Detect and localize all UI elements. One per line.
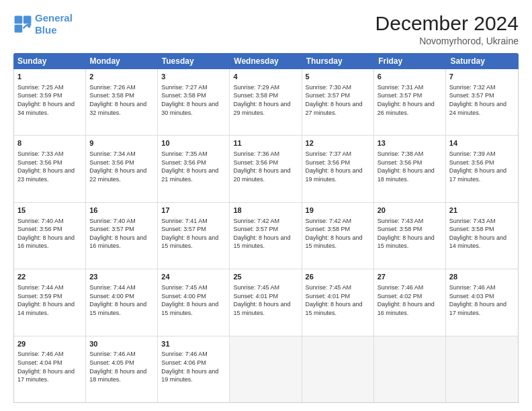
sun-info: Sunrise: 7:40 AMSunset: 3:56 PMDaylight:… (17, 217, 82, 250)
sun-info: Sunrise: 7:31 AMSunset: 3:57 PMDaylight:… (378, 83, 442, 117)
logo-icon (13, 15, 32, 34)
calendar-cell: 27Sunrise: 7:46 AMSunset: 4:02 PMDayligh… (374, 269, 446, 335)
calendar-cell: 25Sunrise: 7:45 AMSunset: 4:01 PMDayligh… (230, 269, 302, 335)
day-number: 28 (449, 272, 515, 282)
header-tuesday: Tuesday (158, 53, 230, 69)
day-number: 21 (449, 205, 515, 216)
calendar-cell: 14Sunrise: 7:39 AMSunset: 3:56 PMDayligh… (446, 136, 518, 201)
sun-info: Sunrise: 7:33 AMSunset: 3:56 PMDaylight:… (17, 150, 82, 183)
calendar-cell: 24Sunrise: 7:45 AMSunset: 4:00 PMDayligh… (158, 269, 230, 335)
day-number: 26 (306, 272, 370, 282)
day-number: 20 (378, 205, 442, 216)
calendar-cell (374, 336, 446, 402)
day-number: 30 (89, 339, 154, 349)
day-number: 29 (17, 339, 82, 349)
header-monday: Monday (85, 53, 157, 69)
day-number: 31 (161, 339, 226, 349)
calendar-cell: 18Sunrise: 7:42 AMSunset: 3:57 PMDayligh… (230, 203, 302, 269)
sun-info: Sunrise: 7:45 AMSunset: 4:01 PMDaylight:… (306, 283, 370, 317)
sun-info: Sunrise: 7:46 AMSunset: 4:03 PMDaylight:… (449, 283, 515, 317)
day-number: 19 (306, 205, 370, 216)
sun-info: Sunrise: 7:25 AMSunset: 3:59 PMDaylight:… (17, 83, 82, 117)
day-number: 25 (233, 272, 298, 282)
calendar-cell: 31Sunrise: 7:46 AMSunset: 4:06 PMDayligh… (158, 336, 230, 402)
sun-info: Sunrise: 7:45 AMSunset: 4:01 PMDaylight:… (233, 283, 298, 317)
calendar-cell: 16Sunrise: 7:40 AMSunset: 3:57 PMDayligh… (86, 203, 158, 269)
day-number: 23 (89, 272, 154, 282)
sun-info: Sunrise: 7:37 AMSunset: 3:56 PMDaylight:… (306, 150, 370, 183)
day-number: 15 (17, 205, 82, 216)
sun-info: Sunrise: 7:34 AMSunset: 3:56 PMDaylight:… (89, 150, 154, 183)
sun-info: Sunrise: 7:42 AMSunset: 3:58 PMDaylight:… (306, 217, 370, 250)
calendar-cell (302, 336, 374, 402)
sun-info: Sunrise: 7:45 AMSunset: 4:00 PMDaylight:… (161, 283, 226, 317)
location-title: Novomyrhorod, Ukraine (375, 36, 519, 46)
calendar-cell: 13Sunrise: 7:38 AMSunset: 3:56 PMDayligh… (374, 136, 446, 201)
sun-info: Sunrise: 7:44 AMSunset: 4:00 PMDaylight:… (89, 283, 154, 317)
sun-info: Sunrise: 7:46 AMSunset: 4:05 PMDaylight:… (89, 350, 154, 383)
calendar-cell: 21Sunrise: 7:43 AMSunset: 3:58 PMDayligh… (446, 203, 518, 269)
calendar-cell: 11Sunrise: 7:36 AMSunset: 3:56 PMDayligh… (230, 136, 302, 201)
calendar-cell: 5Sunrise: 7:30 AMSunset: 3:57 PMDaylight… (302, 69, 374, 135)
title-block: December 2024 Novomyrhorod, Ukraine (375, 12, 519, 46)
sun-info: Sunrise: 7:35 AMSunset: 3:56 PMDaylight:… (161, 150, 226, 183)
day-number: 10 (161, 138, 226, 148)
sun-info: Sunrise: 7:26 AMSunset: 3:58 PMDaylight:… (89, 83, 154, 117)
day-number: 7 (449, 72, 515, 82)
day-number: 14 (449, 138, 515, 148)
sun-info: Sunrise: 7:40 AMSunset: 3:57 PMDaylight:… (89, 217, 154, 250)
sun-info: Sunrise: 7:42 AMSunset: 3:57 PMDaylight:… (233, 217, 298, 250)
sun-info: Sunrise: 7:36 AMSunset: 3:56 PMDaylight:… (233, 150, 298, 183)
calendar-cell: 15Sunrise: 7:40 AMSunset: 3:56 PMDayligh… (14, 203, 86, 269)
calendar-cell: 23Sunrise: 7:44 AMSunset: 4:00 PMDayligh… (86, 269, 158, 335)
sun-info: Sunrise: 7:46 AMSunset: 4:04 PMDaylight:… (17, 350, 82, 383)
header-saturday: Saturday (447, 53, 519, 69)
calendar-cell: 3Sunrise: 7:27 AMSunset: 3:58 PMDaylight… (158, 69, 230, 135)
svg-point-3 (28, 25, 31, 28)
calendar-cell: 6Sunrise: 7:31 AMSunset: 3:57 PMDaylight… (374, 69, 446, 135)
calendar-week-3: 15Sunrise: 7:40 AMSunset: 3:56 PMDayligh… (14, 203, 518, 269)
sun-info: Sunrise: 7:41 AMSunset: 3:57 PMDaylight:… (161, 217, 226, 250)
day-number: 11 (233, 138, 298, 148)
day-number: 5 (306, 72, 370, 82)
calendar-cell: 2Sunrise: 7:26 AMSunset: 3:58 PMDaylight… (86, 69, 158, 135)
day-number: 27 (378, 272, 442, 282)
calendar-cell (230, 336, 302, 402)
calendar-header: Sunday Monday Tuesday Wednesday Thursday… (13, 53, 519, 69)
calendar-cell: 12Sunrise: 7:37 AMSunset: 3:56 PMDayligh… (302, 136, 374, 201)
calendar-cell: 20Sunrise: 7:43 AMSunset: 3:58 PMDayligh… (374, 203, 446, 269)
sun-info: Sunrise: 7:43 AMSunset: 3:58 PMDaylight:… (449, 217, 515, 250)
calendar-cell: 29Sunrise: 7:46 AMSunset: 4:04 PMDayligh… (14, 336, 86, 402)
calendar-cell: 4Sunrise: 7:29 AMSunset: 3:58 PMDaylight… (230, 69, 302, 135)
sun-info: Sunrise: 7:46 AMSunset: 4:02 PMDaylight:… (378, 283, 442, 317)
calendar-cell: 17Sunrise: 7:41 AMSunset: 3:57 PMDayligh… (158, 203, 230, 269)
calendar-week-4: 22Sunrise: 7:44 AMSunset: 3:59 PMDayligh… (14, 269, 518, 336)
day-number: 8 (17, 138, 82, 148)
calendar-week-1: 1Sunrise: 7:25 AMSunset: 3:59 PMDaylight… (14, 69, 518, 136)
sun-info: Sunrise: 7:27 AMSunset: 3:58 PMDaylight:… (161, 83, 226, 117)
svg-rect-1 (24, 16, 32, 24)
calendar-body: 1Sunrise: 7:25 AMSunset: 3:59 PMDaylight… (13, 69, 519, 403)
day-number: 16 (89, 205, 154, 216)
day-number: 24 (161, 272, 226, 282)
day-number: 4 (233, 72, 298, 82)
header-sunday: Sunday (13, 53, 85, 69)
logo: General Blue (13, 12, 73, 36)
day-number: 13 (378, 138, 442, 148)
calendar-cell: 28Sunrise: 7:46 AMSunset: 4:03 PMDayligh… (446, 269, 518, 335)
sun-info: Sunrise: 7:44 AMSunset: 3:59 PMDaylight:… (17, 283, 82, 317)
calendar-cell: 22Sunrise: 7:44 AMSunset: 3:59 PMDayligh… (14, 269, 86, 335)
day-number: 18 (233, 205, 298, 216)
calendar-cell: 10Sunrise: 7:35 AMSunset: 3:56 PMDayligh… (158, 136, 230, 201)
logo-text: General Blue (35, 12, 73, 36)
page: General Blue December 2024 Novomyrhorod,… (0, 0, 532, 411)
sun-info: Sunrise: 7:30 AMSunset: 3:57 PMDaylight:… (306, 83, 370, 117)
calendar-cell: 26Sunrise: 7:45 AMSunset: 4:01 PMDayligh… (302, 269, 374, 335)
calendar-cell: 7Sunrise: 7:32 AMSunset: 3:57 PMDaylight… (446, 69, 518, 135)
calendar-week-2: 8Sunrise: 7:33 AMSunset: 3:56 PMDaylight… (14, 136, 518, 202)
calendar-cell: 30Sunrise: 7:46 AMSunset: 4:05 PMDayligh… (86, 336, 158, 402)
day-number: 12 (306, 138, 370, 148)
calendar-week-5: 29Sunrise: 7:46 AMSunset: 4:04 PMDayligh… (14, 336, 518, 402)
sun-info: Sunrise: 7:32 AMSunset: 3:57 PMDaylight:… (449, 83, 515, 117)
calendar-cell: 1Sunrise: 7:25 AMSunset: 3:59 PMDaylight… (14, 69, 86, 135)
